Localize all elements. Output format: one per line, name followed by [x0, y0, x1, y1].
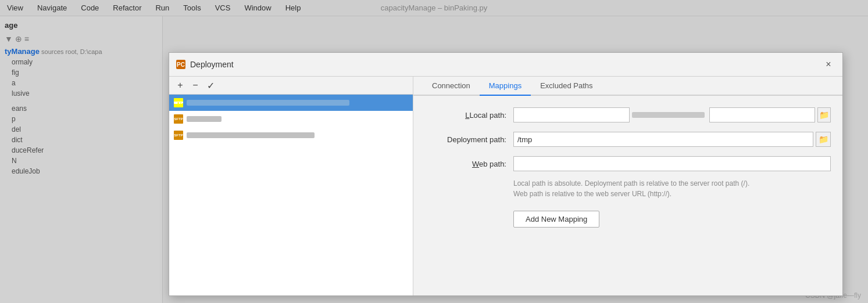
- dialog-titlebar: PC Deployment ×: [169, 53, 842, 77]
- local-path-label: LLocal path:: [425, 111, 506, 120]
- local-path-suffix-input[interactable]: [709, 107, 815, 122]
- list-item-1[interactable]: SFTP: [169, 95, 413, 111]
- dialog-title-icon: PC: [176, 60, 185, 69]
- tab-connection[interactable]: Connection: [423, 77, 480, 96]
- sftp-icon-1: SFTP: [174, 98, 183, 107]
- deployment-path-row: Deployment path: 📁: [425, 132, 831, 147]
- dialog-body: + − ✓ SFTP SFTP: [169, 77, 842, 295]
- list-item-text-1: [187, 99, 408, 107]
- tab-bar: Connection Mappings Excluded Paths: [413, 77, 842, 96]
- local-path-blurred: [632, 112, 705, 118]
- sftp-icon-2: SFTP: [174, 114, 183, 124]
- dialog-close-button[interactable]: ×: [821, 57, 835, 71]
- left-panel: + − ✓ SFTP SFTP: [169, 77, 413, 295]
- toolbar-check-button[interactable]: ✓: [204, 79, 217, 92]
- deployment-path-label: Deployment path:: [425, 135, 506, 144]
- toolbar-add-button[interactable]: +: [174, 79, 187, 92]
- deployment-dialog: PC Deployment × + − ✓ SFTP: [169, 52, 843, 296]
- web-path-input[interactable]: [513, 156, 831, 171]
- web-path-row: Web path:: [425, 156, 831, 171]
- deployment-path-input-wrap: 📁: [513, 132, 831, 147]
- mappings-form: LLocal path: 📁 Deployment path:: [413, 96, 842, 295]
- add-new-mapping-button[interactable]: Add New Mapping: [513, 211, 599, 228]
- dialog-title-text: Deployment: [190, 60, 817, 69]
- deployment-path-browse-button[interactable]: 📁: [816, 132, 831, 147]
- hint-text: Local path is absolute. Deployment path …: [513, 178, 831, 199]
- toolbar: + − ✓: [169, 77, 413, 95]
- list-item-2[interactable]: SFTP: [169, 111, 413, 127]
- right-panel: Connection Mappings Excluded Paths LLoca…: [413, 77, 842, 295]
- local-path-row: LLocal path: 📁: [425, 107, 831, 122]
- sftp-icon-3: SFTP: [174, 131, 183, 140]
- list-item-text-2: [187, 115, 408, 124]
- list-item-text-3: [187, 131, 408, 140]
- tab-excluded-paths[interactable]: Excluded Paths: [531, 77, 602, 96]
- local-path-input[interactable]: [513, 107, 630, 122]
- web-path-label: Web path:: [425, 160, 506, 168]
- tab-mappings[interactable]: Mappings: [480, 77, 531, 96]
- list-item-3[interactable]: SFTP: [169, 127, 413, 143]
- web-path-input-wrap: [513, 156, 831, 171]
- toolbar-remove-button[interactable]: −: [189, 79, 202, 92]
- local-path-browse-button[interactable]: 📁: [817, 107, 831, 122]
- deployment-path-input[interactable]: [513, 132, 813, 147]
- local-path-input-wrap: 📁: [513, 107, 831, 122]
- server-list: SFTP SFTP SFTP: [169, 95, 413, 295]
